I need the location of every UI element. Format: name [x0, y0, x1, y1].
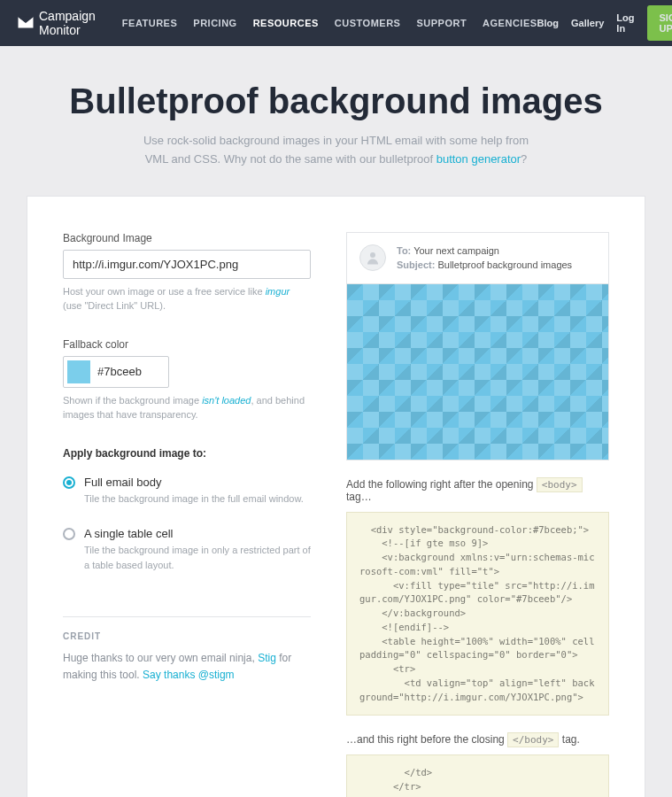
top-navbar: Campaign Monitor FEATURES PRICING RESOUR… — [0, 0, 672, 46]
svg-point-0 — [370, 252, 375, 258]
option-desc: Tile the background image in the full em… — [84, 491, 304, 507]
nav-features[interactable]: FEATURES — [122, 18, 177, 28]
secondary-nav: Blog Gallery Log In SIGN UP — [537, 5, 672, 41]
stigm-twitter-link[interactable]: Say thanks @stigm — [143, 669, 235, 681]
fallback-color-input[interactable]: #7bceeb — [63, 356, 169, 388]
code-block-2[interactable]: </td> </tr> </table> </div> — [346, 754, 609, 797]
email-preview-header: To: Your next campaign Subject: Bulletpr… — [346, 232, 609, 283]
controls-column: Background Image Host your own image or … — [63, 232, 311, 797]
instruction-2: …and this right before the closing </bod… — [346, 733, 609, 746]
isnt-loaded-link[interactable]: isn't loaded — [202, 395, 251, 406]
radio-icon — [63, 476, 75, 489]
hero: Bulletproof background images Use rock-s… — [0, 46, 672, 196]
radio-icon — [63, 528, 75, 540]
option-desc: Tile the background image in only a rest… — [84, 543, 311, 572]
button-generator-link[interactable]: button generator — [436, 152, 521, 166]
avatar-icon — [359, 244, 386, 271]
bgimage-label: Background Image — [63, 232, 311, 244]
instruction-1: Add the following right after the openin… — [346, 478, 609, 503]
option-single-cell[interactable]: A single table cell Tile the background … — [63, 527, 311, 572]
bgimage-group: Background Image Host your own image or … — [63, 232, 311, 313]
nav-pricing[interactable]: PRICING — [193, 18, 236, 28]
apply-group: Apply background image to: Full email bo… — [63, 447, 311, 573]
code-block-1[interactable]: <div style="background-color:#7bceeb;"> … — [346, 512, 609, 716]
body-open-tag: <body> — [537, 477, 583, 492]
nav-customers[interactable]: CUSTOMERS — [335, 18, 401, 28]
fallback-label: Fallback color — [63, 338, 311, 351]
option-label: A single table cell — [84, 527, 311, 540]
fallback-hint: Shown if the background image isn't load… — [63, 393, 311, 422]
subject-line: Subject: Bulletproof background images — [397, 258, 572, 273]
bgimage-input[interactable] — [63, 250, 311, 279]
stig-link[interactable]: Stig — [258, 652, 276, 664]
primary-nav: FEATURES PRICING RESOURCES CUSTOMERS SUP… — [122, 18, 537, 28]
page-title: Bulletproof background images — [53, 81, 619, 121]
fallback-value: #7bceeb — [97, 365, 142, 378]
credit-heading: CREDIT — [63, 631, 311, 641]
nav-resources[interactable]: RESOURCES — [253, 18, 319, 28]
to-line: To: Your next campaign — [397, 244, 572, 259]
nav-gallery[interactable]: Gallery — [571, 18, 604, 28]
body-close-tag: </body> — [507, 732, 559, 747]
nav-blog[interactable]: Blog — [537, 18, 559, 28]
bgimage-hint: Host your own image or use a free servic… — [63, 284, 311, 313]
credit-text: Huge thanks to our very own email ninja,… — [63, 650, 311, 684]
tool-card: Background Image Host your own image or … — [27, 196, 645, 797]
brand-name: Campaign Monitor — [39, 9, 96, 37]
nav-agencies[interactable]: AGENCIES — [483, 18, 537, 28]
credit-section: CREDIT Huge thanks to our very own email… — [63, 616, 311, 684]
option-full-body[interactable]: Full email body Tile the background imag… — [63, 476, 311, 507]
brand-logo[interactable]: Campaign Monitor — [18, 9, 96, 37]
nav-support[interactable]: SUPPORT — [416, 18, 467, 28]
fallback-group: Fallback color #7bceeb Shown if the back… — [63, 338, 311, 422]
option-label: Full email body — [84, 476, 304, 489]
nav-login[interactable]: Log In — [616, 12, 634, 34]
signup-button[interactable]: SIGN UP — [647, 5, 672, 41]
imgur-link[interactable]: imgur — [266, 286, 290, 297]
color-swatch — [67, 360, 90, 383]
envelope-icon — [18, 16, 34, 31]
preview-column: To: Your next campaign Subject: Bulletpr… — [346, 232, 609, 797]
page-subtitle: Use rock-solid background images in your… — [115, 132, 558, 169]
email-preview-body — [346, 283, 609, 460]
apply-title: Apply background image to: — [63, 447, 311, 460]
